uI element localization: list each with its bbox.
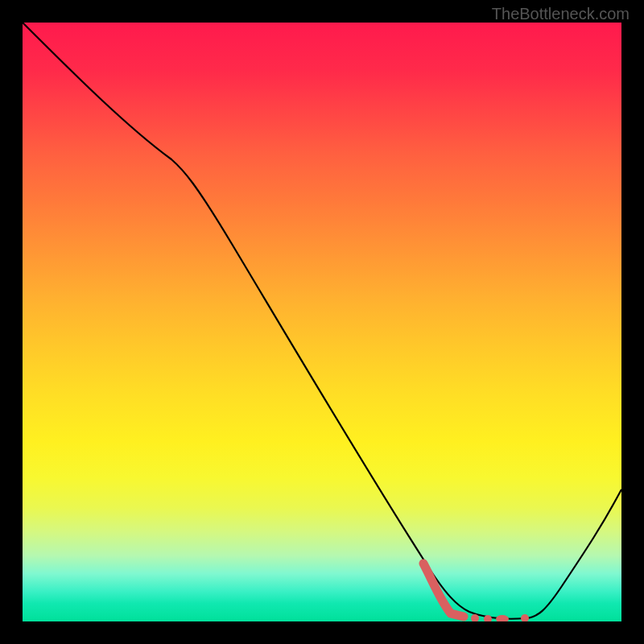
dot-4 (521, 614, 529, 621)
watermark: TheBottleneck.com (492, 5, 630, 23)
dotted-path-1 (423, 564, 464, 617)
dot-3 (496, 615, 509, 621)
optimal-region-marker (23, 23, 621, 621)
chart-plot-area (23, 23, 621, 621)
dot-1 (471, 614, 479, 621)
dot-2 (484, 615, 492, 621)
